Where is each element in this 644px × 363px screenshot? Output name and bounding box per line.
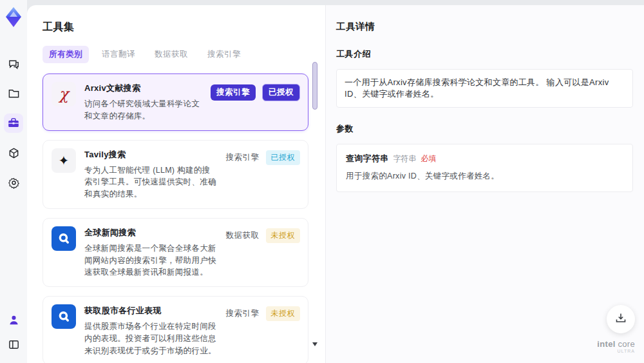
detail-panel: 工具详情 工具介绍 一个用于从Arxiv存储库搜索科学论文和文章的工具。 输入可…	[325, 5, 644, 363]
list-scrollbar[interactable]	[312, 57, 317, 357]
category-tab[interactable]: 语言翻译	[95, 46, 142, 63]
tool-list: χ Arxiv文献搜索 访问各个研究领域大量科学论文和文章的存储库。 搜索引擎 …	[43, 74, 308, 363]
chat-icon	[8, 58, 20, 70]
rail-nav	[4, 54, 23, 192]
tool-name: 全球新闻搜索	[84, 227, 218, 239]
sidebar-item-account[interactable]	[4, 310, 23, 329]
tool-category-badge: 搜索引擎	[226, 308, 260, 319]
tool-category-badge: 搜索引擎	[211, 84, 256, 101]
intro-box: 一个用于从Arxiv存储库搜索科学论文和文章的工具。 输入可以是Arxiv ID…	[336, 69, 633, 108]
param-desc: 用于搜索的Arxiv ID、关键字或作者姓名。	[346, 171, 623, 182]
app-logo-icon	[4, 6, 23, 28]
sidebar-item-chat[interactable]	[4, 54, 23, 74]
download-icon	[614, 311, 627, 327]
tool-desc: 访问各个研究领域大量科学论文和文章的存储库。	[84, 98, 202, 123]
page-title: 工具集	[43, 21, 308, 34]
tool-desc: 全球新闻搜索是一个聚合全球各大新闻网站内容的搜索引擎，帮助用户快速获取全球最新资…	[84, 242, 218, 279]
sidebar-item-files[interactable]	[4, 84, 23, 103]
detail-title: 工具详情	[336, 21, 633, 33]
sidebar-item-settings[interactable]	[4, 173, 23, 192]
left-rail	[0, 0, 27, 363]
params-heading: 参数	[336, 123, 633, 135]
tool-desc: 专为人工智能代理 (LLM) 构建的搜索引擎工具。可快速提供实时、准确和真实的结…	[84, 164, 218, 201]
tool-desc: 提供股票市场各个行业在特定时间段内的表现。投资者可以利用这些信息来识别表现优于或…	[84, 320, 218, 357]
toolbox-icon	[7, 117, 20, 130]
rail-bottom	[4, 310, 23, 363]
brand-core: core	[616, 339, 635, 349]
param-row: 查询字符串 字符串 必填 用于搜索的Arxiv ID、关键字或作者姓名。	[346, 153, 623, 182]
tool-auth-badge: 已授权	[266, 150, 301, 165]
brand-sub: ULTRA	[597, 349, 635, 354]
tools-panel: 工具集 所有类别 语言翻译 数据获取 搜索引擎 χ Arxiv文献搜索 访问各个…	[27, 5, 325, 363]
sparkle-icon: ✦	[52, 148, 76, 173]
sidebar-item-collapse[interactable]	[4, 335, 23, 354]
settings-icon	[8, 177, 20, 189]
sidebar-item-tools[interactable]	[4, 113, 23, 133]
tool-card[interactable]: ✦ Tavily搜索 专为人工智能代理 (LLM) 构建的搜索引擎工具。可快速提…	[43, 140, 308, 209]
tool-category-badge: 搜索引擎	[226, 152, 260, 163]
param-type: 字符串	[393, 153, 417, 164]
tool-card[interactable]: χ Arxiv文献搜索 访问各个研究领域大量科学论文和文章的存储库。 搜索引擎 …	[43, 74, 308, 131]
tool-auth-badge: 已授权	[262, 84, 300, 101]
tool-name: Tavily搜索	[84, 149, 218, 161]
sidebar-item-packages[interactable]	[4, 143, 23, 162]
news-search-icon	[52, 304, 76, 329]
main-shell: 工具集 所有类别 语言翻译 数据获取 搜索引擎 χ Arxiv文献搜索 访问各个…	[27, 5, 644, 363]
tool-category-badge: 数据获取	[226, 230, 260, 241]
tool-auth-badge: 未授权	[266, 306, 301, 321]
params-box: 查询字符串 字符串 必填 用于搜索的Arxiv ID、关键字或作者姓名。	[336, 144, 633, 192]
brand-intel: intel	[597, 339, 615, 349]
category-tabs: 所有类别 语言翻译 数据获取 搜索引擎	[43, 46, 308, 63]
category-tab[interactable]: 数据获取	[148, 46, 194, 63]
param-required-badge: 必填	[421, 153, 437, 164]
param-name: 查询字符串	[346, 153, 389, 164]
folder-icon	[8, 88, 20, 100]
download-button[interactable]	[607, 305, 635, 333]
arxiv-icon: χ	[52, 82, 76, 106]
panel-icon	[8, 338, 20, 351]
intel-core-logo: intel core ULTRA	[597, 340, 635, 354]
intro-heading: 工具介绍	[336, 48, 633, 60]
tool-card[interactable]: 获取股市各行业表现 提供股票市场各个行业在特定时间段内的表现。投资者可以利用这些…	[43, 296, 308, 363]
tool-name: 获取股市各行业表现	[84, 305, 218, 317]
category-tab[interactable]: 所有类别	[43, 46, 89, 63]
cube-icon	[8, 147, 20, 159]
scrollbar-down-arrow[interactable]	[312, 342, 317, 346]
user-icon	[8, 314, 20, 326]
news-search-icon	[52, 226, 76, 251]
scrollbar-thumb[interactable]	[312, 62, 317, 110]
tool-name: Arxiv文献搜索	[84, 83, 202, 94]
tool-card[interactable]: 全球新闻搜索 全球新闻搜索是一个聚合全球各大新闻网站内容的搜索引擎，帮助用户快速…	[43, 218, 308, 287]
tool-auth-badge: 未授权	[266, 228, 301, 243]
category-tab[interactable]: 搜索引擎	[201, 46, 247, 63]
